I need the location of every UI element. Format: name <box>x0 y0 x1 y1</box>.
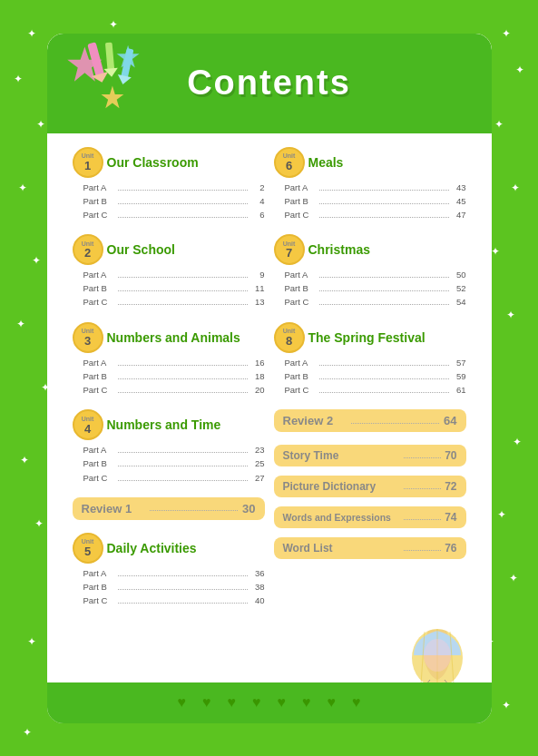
review-1-box: Review 1 30 <box>73 497 265 520</box>
word-list-label: Word List <box>283 542 401 555</box>
star-deco: ✦ <box>511 182 520 194</box>
story-time-label: Story Time <box>283 449 401 462</box>
word-list-page: 76 <box>445 542 456 555</box>
unit-5-parts: Part A 36 Part B 38 Part C 40 <box>83 566 265 608</box>
svg-point-22 <box>424 639 451 672</box>
unit-3-badge: Unit 3 <box>73 322 103 353</box>
unit-1-partb: Part B 4 <box>83 194 265 208</box>
star-deco: ✦ <box>509 572 518 584</box>
unit-1-parta: Part A 2 <box>83 181 265 194</box>
unit-5-title: Daily Activities <box>107 541 197 555</box>
star-deco: ✦ <box>14 73 23 85</box>
unit-6-title: Meals <box>308 155 344 170</box>
unit-2-title: Our School <box>107 242 175 257</box>
unit-6-badge: Unit 6 <box>274 147 305 178</box>
heart-3: ♥ <box>228 694 237 711</box>
star-deco: ✦ <box>27 27 36 40</box>
page-header: Contents <box>47 34 492 133</box>
unit-2-header: Unit 2 Our School <box>73 234 265 265</box>
heart-8: ♥ <box>352 694 361 711</box>
review-1-label: Review 1 <box>82 502 145 515</box>
unit-7-badge: Unit 7 <box>274 234 305 265</box>
unit-3-section: Unit 3 Numbers and Animals Part A 16 Par… <box>73 322 265 398</box>
unit-6-parts: Part A 43 Part B 45 Part C 47 <box>285 181 466 222</box>
outer-background: ✦ ✦ ✦ ✦ ✦ ✦ ✦ ✦ ✦ ✦ ✦ ✦ ✦ ✦ ✦ ✦ ✦ ✦ ✦ ✦ … <box>0 0 538 756</box>
unit-7-header: Unit 7 Christmas <box>274 234 466 265</box>
unit-2-badge: Unit 2 <box>73 234 103 265</box>
unit-3-parts: Part A 16 Part B 18 Part C 20 <box>83 356 265 398</box>
header-decoration <box>56 38 165 133</box>
unit-7-parts: Part A 50 Part B 52 Part C 54 <box>285 268 466 309</box>
star-deco: ✦ <box>513 436 522 448</box>
svg-marker-1 <box>101 85 123 108</box>
star-deco: ✦ <box>502 699 511 712</box>
star-deco: ✦ <box>494 118 504 131</box>
star-deco: ✦ <box>32 254 41 267</box>
unit-4-header: Unit 4 Numbers and Time <box>73 409 265 440</box>
main-content: Unit 1 Our Classroom Part A 2 Part B <box>47 133 492 630</box>
review-1-page: 30 <box>242 502 255 515</box>
star-deco: ✦ <box>16 318 25 330</box>
review-2-box: Review 2 64 <box>274 409 466 432</box>
unit-4-badge: Unit 4 <box>73 409 103 440</box>
heart-7: ♥ <box>328 694 337 711</box>
unit-2-section: Unit 2 Our School Part A 9 Part B <box>73 234 265 309</box>
right-column: Unit 6 Meals Part A 43 Part B <box>274 147 466 621</box>
unit-1-parts: Part A 2 Part B 4 Part C 6 <box>83 181 265 222</box>
review-2-label: Review 2 <box>283 414 347 427</box>
star-deco: ✦ <box>497 508 506 521</box>
unit-8-header: Unit 8 The Spring Festival <box>274 322 466 353</box>
picture-dictionary-box: Picture Dictionary 72 <box>274 476 466 497</box>
star-deco: ✦ <box>18 182 27 194</box>
words-expressions-box: Words and Expressions 74 <box>274 506 466 528</box>
story-time-page: 70 <box>445 449 456 462</box>
unit-8-title: The Spring Festival <box>308 330 426 345</box>
picture-dictionary-label: Picture Dictionary <box>283 480 401 493</box>
star-deco: ✦ <box>27 635 36 648</box>
star-deco: ✦ <box>502 27 511 40</box>
unit-4-section: Unit 4 Numbers and Time Part A 23 Part B <box>73 409 265 485</box>
left-column: Unit 1 Our Classroom Part A 2 Part B <box>73 147 265 621</box>
star-deco: ✦ <box>36 118 45 131</box>
unit-6-header: Unit 6 Meals <box>274 147 466 178</box>
unit-4-parts: Part A 23 Part B 25 Part C 27 <box>83 443 265 485</box>
unit-3-title: Numbers and Animals <box>107 330 240 345</box>
svg-rect-7 <box>104 42 113 70</box>
content-page: Contents Unit 1 Our Classroom <box>47 34 492 723</box>
unit-4-title: Numbers and Time <box>107 417 221 432</box>
unit-6-section: Unit 6 Meals Part A 43 Part B <box>274 147 466 222</box>
page-title: Contents <box>187 64 351 103</box>
heart-2: ♥ <box>202 694 211 711</box>
star-deco: ✦ <box>515 64 524 76</box>
words-expressions-page: 74 <box>445 511 456 524</box>
star-deco: ✦ <box>506 309 515 321</box>
heart-6: ♥ <box>302 694 311 711</box>
picture-dictionary-page: 72 <box>445 480 456 493</box>
unit-2-parts: Part A 9 Part B 11 Part C 13 <box>83 268 265 309</box>
star-deco: ✦ <box>23 726 32 739</box>
star-deco: ✦ <box>34 517 44 530</box>
unit-7-section: Unit 7 Christmas Part A 50 Part B <box>274 234 466 309</box>
words-expressions-label: Words and Expressions <box>283 512 401 523</box>
word-list-box: Word List 76 <box>274 537 466 559</box>
star-deco: ✦ <box>491 245 500 258</box>
bottom-decoration: ♥ ♥ ♥ ♥ ♥ ♥ ♥ ♥ <box>47 682 492 723</box>
star-deco: ✦ <box>109 18 118 31</box>
heart-1: ♥ <box>178 694 187 711</box>
story-time-box: Story Time 70 <box>274 445 466 466</box>
unit-5-section: Unit 5 Daily Activities Part A 36 Part B <box>73 533 265 608</box>
unit-1-section: Unit 1 Our Classroom Part A 2 Part B <box>73 147 265 222</box>
unit-8-section: Unit 8 The Spring Festival Part A 57 Par… <box>274 322 466 398</box>
unit-3-header: Unit 3 Numbers and Animals <box>73 322 265 353</box>
unit-8-badge: Unit 8 <box>274 322 305 353</box>
star-deco: ✦ <box>20 454 29 466</box>
heart-5: ♥ <box>278 694 287 711</box>
unit-5-badge: Unit 5 <box>73 533 103 564</box>
review-2-page: 64 <box>444 414 456 427</box>
unit-8-parts: Part A 57 Part B 59 Part C 61 <box>285 356 466 398</box>
unit-1-title: Our Classroom <box>107 155 199 170</box>
unit-1-partc: Part C 6 <box>83 208 265 221</box>
unit-1-header: Unit 1 Our Classroom <box>73 147 265 178</box>
svg-marker-6 <box>115 74 131 86</box>
unit-7-title: Christmas <box>308 242 370 257</box>
